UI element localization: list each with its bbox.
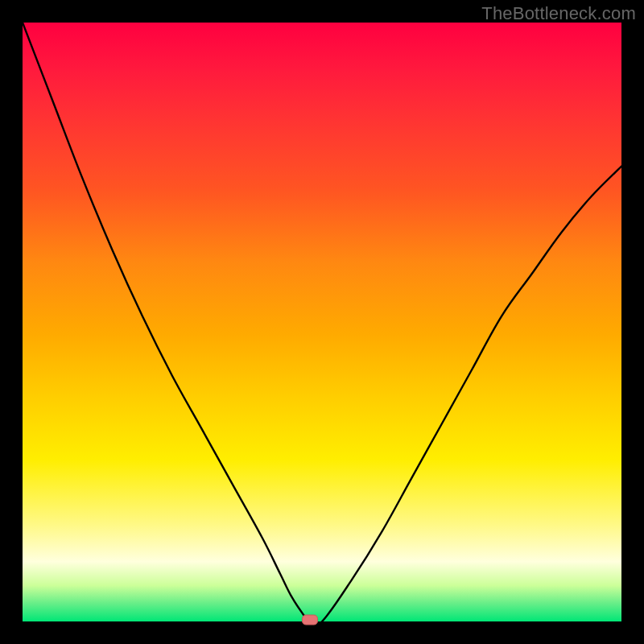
curve-svg	[23, 23, 621, 621]
bottleneck-curve-path	[23, 23, 621, 621]
bottleneck-chart: TheBottleneck.com	[0, 0, 644, 644]
plot-area	[23, 23, 621, 621]
optimal-point-marker	[302, 615, 318, 625]
watermark-text: TheBottleneck.com	[481, 3, 636, 24]
